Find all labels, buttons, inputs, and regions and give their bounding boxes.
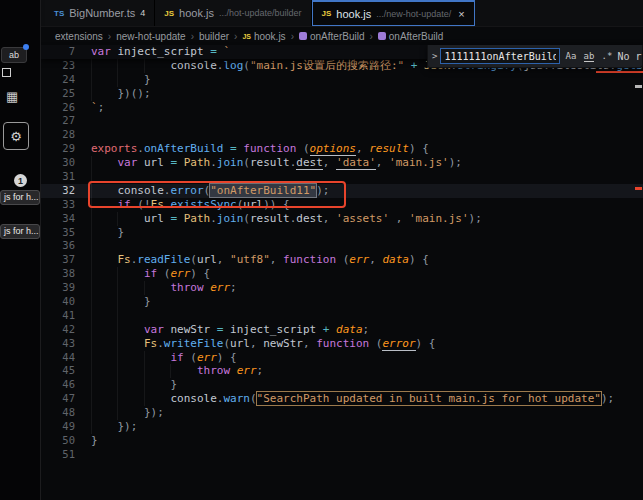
breadcrumb-item-onafterbuild-2[interactable]: onAfterBuild: [378, 31, 443, 42]
line-number[interactable]: 31: [41, 170, 91, 184]
line-number[interactable]: 32: [41, 184, 91, 198]
tab-hook-js-new-hot-update[interactable]: JS hook.js .../new-hot-update/ ×: [312, 0, 475, 26]
line-number[interactable]: 48: [41, 406, 91, 420]
code-line-40[interactable]: 40}: [41, 295, 643, 309]
line-number[interactable]: 40: [41, 295, 91, 309]
line-number[interactable]: 38: [41, 267, 91, 281]
code-line-35[interactable]: 35}: [41, 226, 643, 240]
code-line-48[interactable]: 48});: [41, 406, 643, 420]
breadcrumb-item-extensions[interactable]: extensions: [55, 31, 103, 42]
line-number[interactable]: 28: [41, 128, 91, 142]
chevron-separator-icon: ›: [234, 31, 237, 42]
code-line-45[interactable]: 45throw err;: [41, 364, 643, 378]
line-number[interactable]: 47: [41, 392, 91, 406]
line-number[interactable]: 36: [41, 239, 91, 253]
code-line-42[interactable]: 42var newStr = inject_script + data;: [41, 323, 643, 337]
breadcrumb-item-hook-js[interactable]: JS hook.js: [242, 31, 285, 42]
code-line-36[interactable]: 36: [41, 239, 643, 253]
regex-toggle[interactable]: .*: [599, 49, 614, 64]
code-line-49[interactable]: 49});: [41, 420, 643, 434]
line-number[interactable]: 50: [41, 434, 91, 448]
line-number[interactable]: 34: [41, 212, 91, 226]
line-code: [91, 114, 643, 128]
code-line-50[interactable]: 50}: [41, 434, 643, 448]
find-input[interactable]: [440, 48, 560, 64]
indent-guide: [91, 59, 117, 73]
tab-hook-js-builder[interactable]: JS hook.js .../hot-update/builder: [155, 0, 311, 26]
breadcrumb-label: hook.js: [254, 31, 286, 42]
line-number[interactable]: 33: [41, 198, 91, 212]
breadcrumb-item-new-hot-update[interactable]: new-hot-update: [116, 31, 186, 42]
code-line-43[interactable]: 43Fs.writeFile(url, newStr, function (er…: [41, 337, 643, 351]
line-number[interactable]: 23: [41, 59, 91, 73]
code-line-46[interactable]: 46}: [41, 378, 643, 392]
code-line-26[interactable]: 26`;: [41, 101, 643, 115]
line-number[interactable]: 44: [41, 351, 91, 365]
code-line-38[interactable]: 38if (err) {: [41, 267, 643, 281]
line-number[interactable]: 45: [41, 364, 91, 378]
toggle-replace-chevron-icon[interactable]: >: [432, 51, 437, 61]
whole-word-chip-label: ab: [9, 50, 19, 60]
indent-guide: [117, 59, 143, 73]
line-number[interactable]: 46: [41, 378, 91, 392]
indent-guide: [117, 73, 143, 87]
line-number[interactable]: 7: [41, 45, 91, 59]
whole-word-chip[interactable]: ab: [1, 47, 27, 63]
tab-path-description: .../hot-update/builder: [219, 8, 302, 18]
indent-guide: [144, 378, 170, 392]
breadcrumb-item-builder[interactable]: builder: [199, 31, 229, 42]
pill-label-bottom[interactable]: js for h...: [0, 224, 40, 239]
line-number[interactable]: 37: [41, 253, 91, 267]
line-number[interactable]: 41: [41, 309, 91, 323]
code-line-47[interactable]: 47console.warn("SearchPath updated in bu…: [41, 392, 643, 406]
line-number[interactable]: 43: [41, 337, 91, 351]
breadcrumb-item-onafterbuild-1[interactable]: onAfterBuild: [299, 31, 364, 42]
code-line-29[interactable]: 29exports.onAfterBuild = function (optio…: [41, 142, 643, 156]
indent-guide: [117, 406, 143, 420]
indent-guide: [91, 337, 117, 351]
settings-gear-button[interactable]: ⚙: [3, 122, 29, 150]
left-strip: ab ▦ ⚙ 1 js for h... js for h...: [0, 0, 41, 500]
match-case-toggle[interactable]: Aa: [563, 49, 578, 64]
code-area[interactable]: 23console.log("main.js设置后的搜索路径:" + JSON.…: [41, 59, 643, 462]
code-line-51[interactable]: 51: [41, 448, 643, 462]
line-number[interactable]: 42: [41, 323, 91, 337]
line-number[interactable]: 35: [41, 226, 91, 240]
code-line-37[interactable]: 37Fs.readFile(url, "utf8", function (err…: [41, 253, 643, 267]
line-number[interactable]: 49: [41, 420, 91, 434]
editor[interactable]: 7var inject_script = ` 23console.log("ma…: [41, 45, 643, 500]
grid-icon[interactable]: ▦: [6, 90, 18, 104]
line-number[interactable]: 26: [41, 101, 91, 115]
line-code: `;: [91, 101, 643, 115]
breadcrumb: extensions › new-hot-update › builder › …: [41, 27, 643, 45]
code-line-25[interactable]: 25})();: [41, 87, 643, 101]
line-number[interactable]: 24: [41, 73, 91, 87]
tab-bignumber-ts[interactable]: TS BigNumber.ts 4: [45, 0, 155, 26]
pill-label-top[interactable]: js for h...: [0, 190, 40, 205]
code-line-41[interactable]: 41: [41, 309, 643, 323]
line-number[interactable]: 27: [41, 114, 91, 128]
code-line-34[interactable]: 34url = Path.join(result.dest, 'assets' …: [41, 212, 643, 226]
code-line-32[interactable]: 32console.error("onAfterBuild11");: [41, 184, 643, 198]
indent-guide: [144, 364, 170, 378]
line-number[interactable]: 39: [41, 281, 91, 295]
code-line-33[interactable]: 33if (!Fs.existsSync(url)) {: [41, 198, 643, 212]
line-number[interactable]: 25: [41, 87, 91, 101]
code-line-30[interactable]: 30var url = Path.join(result.dest, 'data…: [41, 156, 643, 170]
indent-guide: [91, 406, 117, 420]
line-code: }: [91, 434, 643, 448]
code-line-44[interactable]: 44if (err) {: [41, 351, 643, 365]
line-number[interactable]: 51: [41, 448, 91, 462]
code-line-24[interactable]: 24}: [41, 73, 643, 87]
code-line-31[interactable]: 31: [41, 170, 643, 184]
indent-guide: [144, 351, 170, 365]
small-icon[interactable]: [2, 68, 11, 77]
code-line-39[interactable]: 39throw err;: [41, 281, 643, 295]
code-line-28[interactable]: 28: [41, 128, 643, 142]
close-icon[interactable]: ×: [458, 8, 464, 20]
line-number[interactable]: 29: [41, 142, 91, 156]
whole-word-toggle[interactable]: ab: [581, 49, 596, 64]
line-number[interactable]: 30: [41, 156, 91, 170]
code-line-27[interactable]: 27: [41, 114, 643, 128]
tab-bar: TS BigNumber.ts 4 JS hook.js .../hot-upd…: [41, 0, 643, 27]
